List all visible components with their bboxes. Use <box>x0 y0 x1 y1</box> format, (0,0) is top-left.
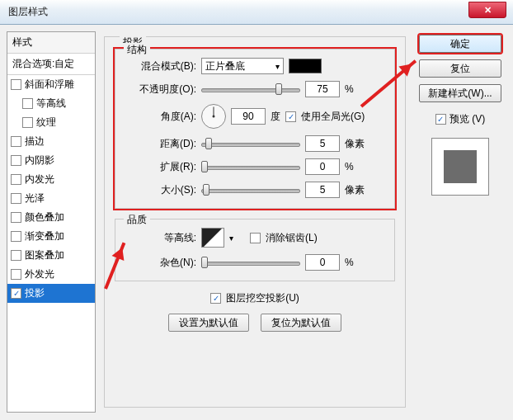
cancel-button[interactable]: 复位 <box>419 59 501 78</box>
style-item-checkbox[interactable] <box>11 288 21 299</box>
preview-label: 预览 (V) <box>449 112 485 126</box>
right-panel: 确定 复位 新建样式(W)... 预览 (V) <box>414 31 506 413</box>
style-item-checkbox[interactable] <box>11 269 21 280</box>
style-list-header[interactable]: 样式 <box>7 32 95 54</box>
style-item-2[interactable]: 纹理 <box>7 113 95 132</box>
preview-box <box>431 138 489 196</box>
angle-dial[interactable] <box>201 104 226 129</box>
distance-input[interactable]: 5 <box>305 135 340 152</box>
distance-unit: 像素 <box>345 137 368 151</box>
style-item-3[interactable]: 描边 <box>7 132 95 151</box>
blend-mode-combo[interactable]: 正片叠底 <box>201 58 284 74</box>
angle-input[interactable]: 90 <box>231 108 266 125</box>
global-light-checkbox[interactable] <box>285 111 296 122</box>
style-item-checkbox[interactable] <box>22 117 33 128</box>
style-item-label: 等高线 <box>36 97 66 111</box>
opacity-unit: % <box>345 83 368 95</box>
style-item-label: 描边 <box>25 134 45 149</box>
quality-legend: 品质 <box>124 213 150 227</box>
style-item-7[interactable]: 颜色叠加 <box>7 208 95 227</box>
preview-checkbox[interactable] <box>435 114 446 125</box>
style-item-5[interactable]: 内发光 <box>7 170 95 189</box>
style-list-panel: 样式 混合选项:自定 斜面和浮雕等高线纹理描边内阴影内发光光泽颜色叠加渐变叠加图… <box>7 31 96 413</box>
style-item-label: 外发光 <box>25 267 54 281</box>
style-item-9[interactable]: 图案叠加 <box>7 246 95 265</box>
style-item-label: 斜面和浮雕 <box>25 78 74 92</box>
style-item-checkbox[interactable] <box>11 250 21 261</box>
knockout-checkbox[interactable] <box>210 293 221 304</box>
noise-label: 杂色(N): <box>124 256 196 270</box>
style-item-1[interactable]: 等高线 <box>7 94 95 113</box>
shadow-color-swatch[interactable] <box>289 59 322 73</box>
style-item-label: 颜色叠加 <box>25 210 64 224</box>
style-item-checkbox[interactable] <box>11 212 21 223</box>
opacity-label: 不透明度(O): <box>124 83 196 97</box>
size-unit: 像素 <box>345 183 368 197</box>
opacity-input[interactable]: 75 <box>305 81 340 97</box>
blend-mode-label: 混合模式(B): <box>124 59 196 73</box>
angle-unit: 度 <box>271 110 280 124</box>
close-button[interactable] <box>468 2 506 18</box>
style-item-4[interactable]: 内阴影 <box>7 151 95 170</box>
size-label: 大小(S): <box>124 183 196 197</box>
antialias-label: 消除锯齿(L) <box>266 231 318 245</box>
style-item-6[interactable]: 光泽 <box>7 189 95 208</box>
spread-unit: % <box>345 161 368 172</box>
knockout-label: 图层挖空投影(U) <box>226 291 299 305</box>
style-item-8[interactable]: 渐变叠加 <box>7 227 95 246</box>
reset-default-button[interactable]: 复位为默认值 <box>261 314 341 332</box>
spread-label: 扩展(R): <box>124 160 196 174</box>
noise-unit: % <box>345 257 368 268</box>
style-item-label: 图案叠加 <box>25 248 64 262</box>
noise-slider[interactable] <box>201 256 300 269</box>
global-light-label: 使用全局光(G) <box>301 110 365 124</box>
set-default-button[interactable]: 设置为默认值 <box>168 314 249 332</box>
antialias-checkbox[interactable] <box>250 233 261 243</box>
angle-label: 角度(A): <box>124 110 196 124</box>
preview-swatch <box>444 150 477 183</box>
contour-label: 等高线: <box>124 231 196 245</box>
size-input[interactable]: 5 <box>305 182 340 198</box>
style-item-checkbox[interactable] <box>11 136 21 147</box>
noise-input[interactable]: 0 <box>305 254 340 271</box>
distance-label: 距离(D): <box>124 137 196 151</box>
style-item-label: 内发光 <box>25 172 54 186</box>
window-title: 图层样式 <box>8 5 48 19</box>
blend-options-item[interactable]: 混合选项:自定 <box>7 54 95 75</box>
style-item-label: 纹理 <box>36 116 56 130</box>
style-item-checkbox[interactable] <box>11 79 21 90</box>
style-list: 斜面和浮雕等高线纹理描边内阴影内发光光泽颜色叠加渐变叠加图案叠加外发光投影 <box>7 75 95 412</box>
opacity-slider[interactable] <box>201 83 300 96</box>
ok-button[interactable]: 确定 <box>419 35 501 53</box>
style-item-label: 渐变叠加 <box>25 229 64 243</box>
style-item-10[interactable]: 外发光 <box>7 265 95 284</box>
titlebar: 图层样式 <box>0 0 513 25</box>
style-item-checkbox[interactable] <box>11 155 21 166</box>
middle-panel: 投影 结构 混合模式(B): 正片叠底 不透明度(O): 75 % 角度(A): <box>96 31 414 413</box>
style-item-label: 光泽 <box>25 191 45 205</box>
distance-slider[interactable] <box>201 137 300 150</box>
structure-legend: 结构 <box>124 43 150 57</box>
style-item-0[interactable]: 斜面和浮雕 <box>7 75 95 94</box>
style-item-label: 内阴影 <box>25 153 54 168</box>
style-item-checkbox[interactable] <box>11 174 21 185</box>
style-item-checkbox[interactable] <box>11 231 21 242</box>
new-style-button[interactable]: 新建样式(W)... <box>419 84 501 102</box>
style-item-checkbox[interactable] <box>22 98 33 109</box>
style-item-11[interactable]: 投影 <box>7 284 95 303</box>
size-slider[interactable] <box>201 183 300 196</box>
quality-fieldset: 品质 等高线: ▾ 消除锯齿(L) 杂色(N): 0 % <box>115 219 395 281</box>
spread-input[interactable]: 0 <box>305 158 340 175</box>
spread-slider[interactable] <box>201 160 300 173</box>
structure-fieldset: 结构 混合模式(B): 正片叠底 不透明度(O): 75 % 角度(A): 90 <box>115 49 395 209</box>
contour-picker[interactable] <box>201 228 224 248</box>
dialog-body: 样式 混合选项:自定 斜面和浮雕等高线纹理描边内阴影内发光光泽颜色叠加渐变叠加图… <box>0 25 513 419</box>
style-item-label: 投影 <box>25 286 45 300</box>
style-item-checkbox[interactable] <box>11 193 21 204</box>
